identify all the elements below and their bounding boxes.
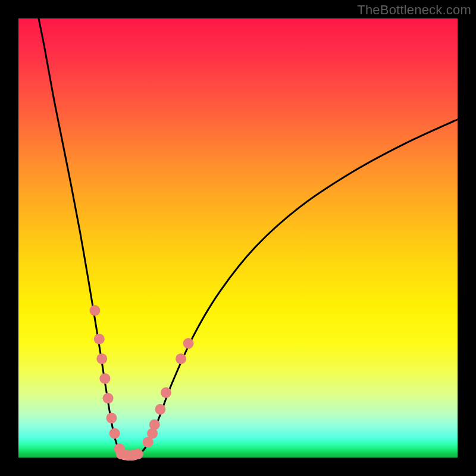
data-marker: [96, 353, 107, 364]
chart-svg: [18, 18, 458, 458]
data-marker: [94, 334, 105, 345]
plot-area: [18, 18, 458, 458]
data-marker: [106, 413, 117, 424]
data-marker: [109, 428, 120, 439]
chart-frame: TheBottleneck.com: [0, 0, 476, 476]
watermark-text: TheBottleneck.com: [357, 2, 471, 18]
curve-right-curve: [129, 120, 458, 457]
data-marker: [89, 305, 100, 316]
data-marker: [155, 404, 165, 415]
data-marker: [161, 387, 171, 398]
curve-left-curve: [39, 18, 129, 457]
data-marker: [133, 449, 143, 459]
data-marker: [183, 338, 194, 349]
data-marker: [103, 393, 114, 403]
data-marker: [149, 419, 160, 430]
data-marker: [176, 353, 186, 364]
data-marker: [99, 373, 110, 384]
